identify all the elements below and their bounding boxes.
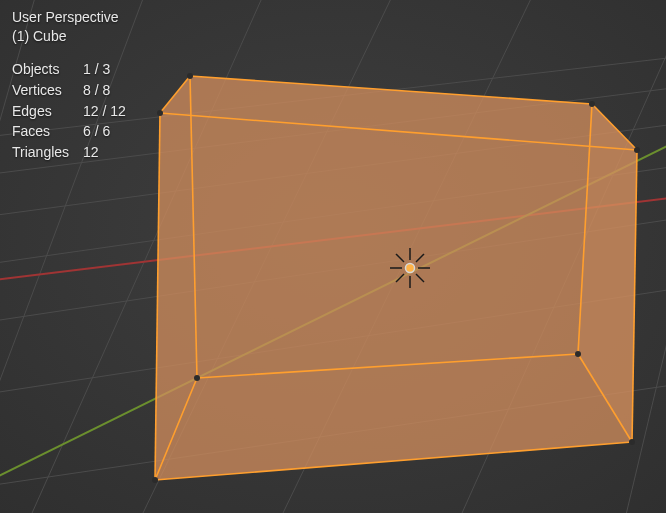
viewport-3d[interactable]: User Perspective (1) Cube Objects 1 / 3 … [0,0,666,513]
svg-point-29 [194,375,200,381]
svg-point-26 [187,73,193,79]
svg-point-28 [575,351,581,357]
svg-point-42 [406,264,415,273]
svg-point-31 [634,147,640,153]
svg-point-32 [629,439,635,445]
svg-point-33 [152,477,158,483]
cursor-3d-icon [390,248,430,288]
cube-face-front [155,113,637,480]
svg-point-27 [589,101,595,107]
svg-point-30 [157,110,163,116]
mesh-cube[interactable] [152,73,640,483]
viewport-canvas[interactable] [0,0,666,513]
